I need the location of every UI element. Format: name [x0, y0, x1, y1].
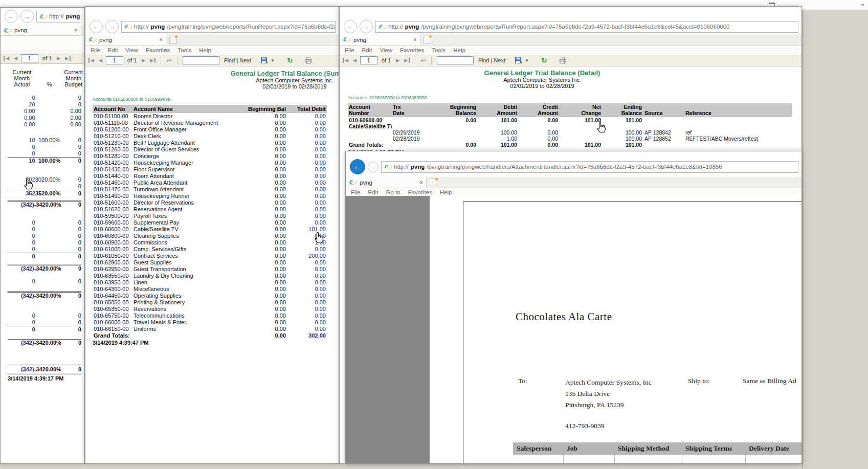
- actual-value[interactable]: 10: [8, 158, 35, 164]
- total-debit-link[interactable]: 0.00: [287, 146, 327, 153]
- actual-value[interactable]: (342): [8, 366, 34, 373]
- source-link[interactable]: AP 128852: [643, 136, 684, 142]
- tab-close-icon[interactable]: ×: [419, 179, 423, 186]
- total-debit-link[interactable]: 1.00: [287, 239, 327, 246]
- menu-item[interactable]: Tools: [177, 47, 191, 53]
- total-debit-link[interactable]: 0.00: [287, 326, 327, 332]
- total-debit-link[interactable]: 0.00: [287, 233, 327, 239]
- export-dropdown-icon[interactable]: ▼: [271, 58, 275, 63]
- next-page-icon[interactable]: ▶: [56, 56, 61, 61]
- actual-value[interactable]: 0: [8, 326, 35, 333]
- menu-item[interactable]: File: [351, 189, 361, 195]
- find-next-links[interactable]: Find | Next: [224, 57, 251, 63]
- actual-value[interactable]: (342): [8, 340, 34, 346]
- total-debit-link[interactable]: 0.00: [287, 126, 327, 133]
- total-debit-link[interactable]: 0.00: [287, 312, 327, 319]
- menu-item[interactable]: Help: [453, 47, 465, 53]
- prev-page-icon[interactable]: ◀: [352, 58, 358, 63]
- print-icon[interactable]: [304, 57, 313, 64]
- total-debit-link[interactable]: 0.00: [287, 299, 327, 306]
- actual-value[interactable]: 0: [8, 246, 35, 253]
- menu-item[interactable]: File: [345, 47, 354, 53]
- new-tab-icon[interactable]: [169, 36, 177, 43]
- page-number-input[interactable]: 1: [106, 56, 123, 64]
- actual-value[interactable]: 0: [8, 319, 35, 326]
- total-debit-link[interactable]: 0.00: [287, 293, 327, 299]
- forward-button[interactable]: →: [360, 20, 373, 33]
- tab-pvng[interactable]: e pvng ×: [1, 25, 81, 35]
- export-save-icon[interactable]: [515, 57, 522, 64]
- tab-close-icon[interactable]: ×: [159, 36, 163, 43]
- tab-pvng[interactable]: e pvng ×: [85, 34, 166, 45]
- total-debit-link[interactable]: 200.00: [287, 253, 327, 259]
- back-button[interactable]: ←: [90, 20, 103, 33]
- address-bar[interactable]: e http://pvng/pvngtraining/pvngweb/repor…: [375, 21, 798, 33]
- total-debit-link[interactable]: 0.00: [287, 133, 327, 140]
- total-debit-link[interactable]: 0.00: [287, 306, 327, 312]
- actual-value[interactable]: 0.00: [8, 121, 35, 128]
- total-debit-link[interactable]: 0.00: [287, 113, 327, 120]
- menu-item[interactable]: Favorites: [408, 189, 432, 195]
- next-page-icon[interactable]: ▶: [141, 58, 146, 63]
- prev-page-icon[interactable]: ◀: [13, 56, 18, 61]
- refresh-icon[interactable]: ↻: [541, 56, 547, 64]
- total-debit-link[interactable]: 0.00: [287, 199, 327, 206]
- last-page-icon[interactable]: ▶: [149, 58, 155, 63]
- menu-item[interactable]: View: [380, 47, 392, 53]
- total-debit-link[interactable]: 0.00: [287, 259, 327, 266]
- address-bar[interactable]: e http://pvng/pvngtraining/pvngweb/handl…: [381, 161, 798, 173]
- menu-item[interactable]: Help: [199, 47, 211, 53]
- first-page-icon[interactable]: ◀: [88, 58, 95, 63]
- menu-item[interactable]: Help: [440, 189, 452, 195]
- source-link[interactable]: AP 128842: [643, 129, 684, 136]
- total-debit-link[interactable]: 0.00: [287, 120, 327, 126]
- new-tab-icon[interactable]: [430, 178, 437, 186]
- first-page-icon[interactable]: ◀: [4, 56, 10, 61]
- actual-value[interactable]: 0: [8, 144, 35, 150]
- total-debit-link[interactable]: 0.00: [287, 213, 327, 219]
- source-link[interactable]: [643, 123, 684, 129]
- total-debit-link[interactable]: 0.00: [287, 286, 327, 293]
- actual-value[interactable]: (342): [8, 265, 34, 272]
- last-page-icon[interactable]: ▶: [403, 58, 410, 63]
- page-number-input[interactable]: 1: [360, 56, 377, 64]
- total-debit-link[interactable]: 0.00: [287, 140, 327, 146]
- next-page-icon[interactable]: ▶: [395, 58, 400, 63]
- actual-value[interactable]: 352: [8, 190, 35, 197]
- menu-item[interactable]: Favorites: [400, 47, 424, 53]
- print-icon[interactable]: [559, 57, 567, 64]
- actual-value[interactable]: 0: [8, 253, 35, 260]
- last-page-icon[interactable]: ▶: [64, 56, 71, 61]
- actual-value[interactable]: 20: [8, 101, 35, 108]
- new-tab-icon[interactable]: [424, 36, 431, 43]
- actual-value[interactable]: 0: [8, 150, 35, 157]
- total-debit-link[interactable]: 0.00: [287, 160, 327, 166]
- actual-value[interactable]: 0: [8, 278, 35, 285]
- actual-value[interactable]: (342): [8, 293, 34, 299]
- address-bar[interactable]: e http://pvng/PVNGTr: [36, 11, 81, 23]
- actual-value[interactable]: 0.00: [8, 108, 35, 115]
- actual-value[interactable]: 0: [8, 239, 35, 246]
- export-save-icon[interactable]: [260, 57, 268, 64]
- total-debit-link[interactable]: 0.00: [287, 166, 327, 173]
- menu-item[interactable]: Favorites: [146, 47, 170, 53]
- total-debit-link[interactable]: 0.00: [287, 219, 327, 226]
- tab-close-icon[interactable]: ×: [413, 36, 417, 43]
- total-debit-link[interactable]: 0.00: [287, 246, 327, 253]
- forward-button[interactable]: →: [368, 162, 379, 172]
- tab-pvng[interactable]: e pvng ×: [346, 177, 427, 188]
- total-debit-link[interactable]: 0.00: [287, 266, 327, 273]
- actual-value[interactable]: 0.00: [8, 115, 35, 121]
- total-debit-link[interactable]: 0.00: [287, 180, 327, 186]
- menu-item[interactable]: File: [91, 47, 100, 53]
- total-debit-link[interactable]: 0.00: [287, 319, 327, 326]
- menu-item[interactable]: Edit: [362, 47, 372, 53]
- actual-value[interactable]: 0: [8, 312, 35, 319]
- find-input[interactable]: [437, 56, 474, 64]
- actual-value[interactable]: 302: [8, 176, 35, 183]
- total-debit-link[interactable]: 0.00: [287, 193, 327, 199]
- tab-close-icon[interactable]: ×: [74, 27, 78, 34]
- tab-pvng[interactable]: e pvng ×: [340, 34, 420, 45]
- actual-value[interactable]: 0: [8, 226, 35, 233]
- total-debit-link[interactable]: 0.00: [287, 279, 327, 286]
